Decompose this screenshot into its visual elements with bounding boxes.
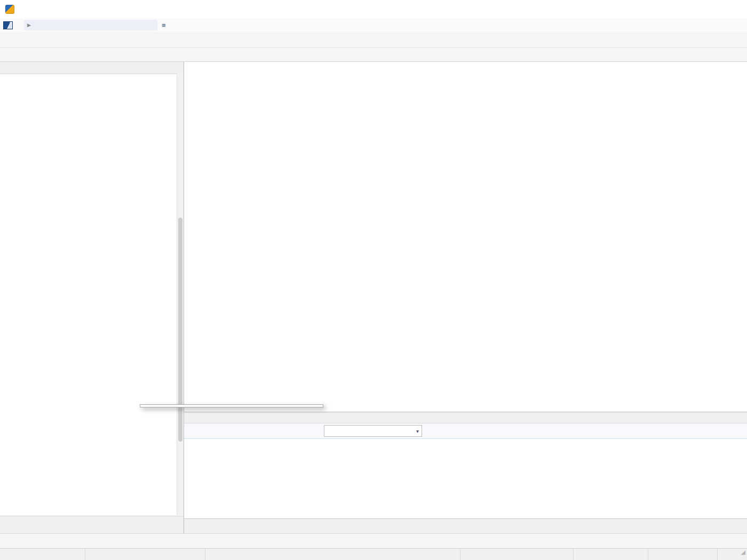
navigator-scrollbar[interactable] — [177, 74, 184, 515]
scrollbar-thumb[interactable] — [178, 218, 182, 442]
context-menu — [140, 404, 323, 407]
model-scene[interactable] — [184, 62, 747, 412]
status-segment — [0, 549, 85, 560]
table-tabs — [184, 518, 747, 534]
status-plane — [574, 549, 648, 560]
bottom-toolbar — [0, 533, 747, 548]
main-toolbar — [0, 32, 747, 48]
status-segment — [648, 549, 718, 560]
status-cs — [205, 549, 460, 560]
tables-panel: ▾ — [184, 412, 747, 518]
objects-combo[interactable]: ▾ — [324, 425, 422, 437]
chevron-down-icon[interactable]: ▾ — [416, 428, 419, 434]
workspace: ▾ — [184, 62, 747, 533]
data-navigator-panel — [0, 62, 184, 533]
status-bar: ◢ — [0, 548, 747, 560]
navigator-header — [0, 62, 184, 74]
status-segment — [460, 549, 574, 560]
navigator-footer-tabs — [0, 516, 184, 533]
model-canvas[interactable] — [184, 62, 747, 412]
search-expand-icon[interactable]: ▶ — [27, 22, 31, 28]
rfem-logo-icon — [3, 21, 13, 29]
insert-toolbar — [0, 48, 747, 62]
app-icon — [5, 5, 14, 14]
tables-toolbar: ▾ — [184, 423, 747, 439]
search-options-icon[interactable]: ≡ — [162, 21, 166, 29]
tables-panel-titlebar — [184, 412, 747, 423]
rfem-application-window: ▶ ≡ ▾ — [0, 0, 747, 560]
menu-bar: ▶ ≡ — [0, 18, 747, 33]
title-bar — [0, 0, 747, 19]
search-input[interactable]: ▶ — [24, 20, 157, 30]
navigator-tree — [0, 74, 177, 515]
status-segment — [85, 549, 205, 560]
resize-grip[interactable]: ◢ — [741, 549, 747, 560]
